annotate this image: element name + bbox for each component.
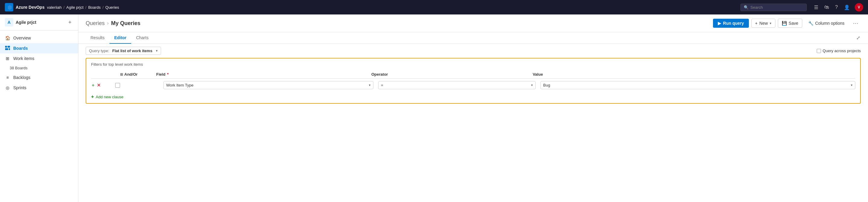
my-queries-label: My Queries: [111, 20, 140, 27]
sidebar-item-backlogs[interactable]: ≡ Backlogs: [0, 72, 78, 82]
field-required-indicator: *: [167, 72, 168, 76]
table-icon: ⊞: [120, 72, 123, 76]
query-type-row: Query type: Flat list of work items ▾ Qu…: [79, 44, 868, 58]
save-label: Save: [789, 21, 798, 26]
column-options-label: Column options: [815, 21, 844, 26]
sidebar-item-sprints[interactable]: ◎ Sprints: [0, 82, 78, 93]
field-chevron-icon: ▾: [369, 83, 371, 87]
query-type-value: Flat list of work items: [112, 48, 152, 53]
sidebar-item-boards-count[interactable]: 38 Boards: [0, 64, 78, 72]
query-across-label: Query across projects: [823, 48, 861, 53]
sprints-icon: ◎: [5, 85, 10, 91]
query-across-checkbox[interactable]: [817, 49, 821, 53]
nav-icon-group: ☰ 🛍 ? 👤 V: [813, 3, 863, 11]
column-options-icon: 🔧: [808, 21, 813, 26]
operator-cell: = ▾: [378, 81, 536, 89]
work-items-label: Work items: [13, 56, 34, 61]
add-project-button[interactable]: +: [66, 19, 73, 26]
value-cell: Bug ▾: [540, 81, 855, 89]
filters-section: Filters for top level work items ⊞ And/O…: [86, 58, 861, 104]
sidebar-item-boards[interactable]: Boards: [0, 43, 78, 54]
more-options-button[interactable]: ⋯: [850, 19, 861, 28]
run-query-label: Run query: [723, 21, 744, 26]
boards-label: Boards: [13, 46, 28, 50]
overview-icon: 🏠: [5, 35, 10, 41]
add-clause-icon: +: [91, 94, 94, 100]
project-label: Agile prjct: [16, 20, 36, 25]
breadcrumb-project[interactable]: Agile prjct: [66, 5, 84, 10]
store-icon[interactable]: 🛍: [823, 3, 830, 11]
value-column-header: Value: [533, 72, 855, 76]
project-icon: A: [5, 18, 13, 27]
operator-selector[interactable]: = ▾: [378, 81, 536, 89]
query-type-selector[interactable]: Query type: Flat list of work items ▾: [86, 47, 161, 55]
nav-breadcrumb: valeriiah / Agile prjct / Boards / Queri…: [47, 5, 738, 10]
operator-chevron-icon: ▾: [531, 83, 533, 87]
operator-column-header: Operator: [371, 72, 533, 76]
value-label: Value: [533, 72, 543, 76]
field-cell: Work Item Type ▾: [163, 81, 373, 89]
new-label: New: [760, 21, 768, 26]
breadcrumb-user[interactable]: valeriiah: [47, 5, 62, 10]
breadcrumb-queries[interactable]: Queries: [105, 5, 119, 10]
work-items-icon: ⊞: [5, 56, 10, 61]
add-row-button[interactable]: +: [91, 82, 95, 89]
sidebar-nav: 🏠 Overview Boards ⊞ Work items: [0, 30, 78, 202]
app-name: Azure DevOps: [16, 5, 44, 10]
new-chevron-icon: ▾: [770, 22, 772, 25]
run-icon: ▶: [718, 21, 721, 26]
value-chevron-icon: ▾: [851, 83, 852, 87]
top-navigation: Azure DevOps valeriiah / Agile prjct / B…: [0, 0, 868, 14]
andor-label: And/Or: [124, 72, 137, 76]
query-type-prefix: Query type:: [89, 48, 109, 53]
page-header: Queries › My Queries ▶ Run query + New ▾…: [79, 14, 868, 32]
query-across-projects[interactable]: Query across projects: [817, 48, 861, 53]
sidebar-header: A Agile prjct +: [0, 14, 78, 30]
search-icon: 🔍: [744, 5, 749, 10]
sprints-label: Sprints: [13, 85, 27, 90]
andor-column-header: ⊞ And/Or: [120, 72, 156, 76]
azure-devops-icon: [5, 3, 13, 11]
query-type-chevron-icon: ▾: [156, 49, 158, 53]
column-options-button[interactable]: 🔧 Column options: [805, 19, 848, 27]
new-button[interactable]: + New ▾: [751, 19, 775, 28]
field-label: Field: [156, 72, 165, 76]
user-avatar[interactable]: V: [855, 3, 863, 11]
add-clause-label: Add new clause: [96, 95, 123, 99]
help-icon[interactable]: ?: [834, 3, 839, 11]
value-selector[interactable]: Bug ▾: [540, 81, 855, 89]
row-checkbox[interactable]: [115, 83, 120, 88]
expand-button[interactable]: ⤢: [856, 34, 861, 41]
svg-rect-0: [5, 46, 7, 47]
boards-count-label: 38 Boards: [10, 66, 27, 70]
backlogs-icon: ≡: [5, 75, 10, 80]
save-icon: 💾: [782, 21, 787, 26]
svg-rect-3: [9, 48, 10, 50]
add-clause-button[interactable]: + Add new clause: [91, 92, 855, 100]
queries-breadcrumb[interactable]: Queries: [86, 20, 105, 27]
user-settings-icon[interactable]: 👤: [843, 3, 851, 11]
field-value: Work Item Type: [166, 83, 194, 88]
project-name[interactable]: A Agile prjct: [5, 18, 36, 27]
run-query-button[interactable]: ▶ Run query: [713, 19, 749, 28]
app-logo[interactable]: Azure DevOps: [5, 3, 44, 11]
save-button[interactable]: 💾 Save: [778, 19, 802, 28]
row-action-buttons: + ✕: [91, 82, 113, 89]
tabs-bar: Results Editor Charts ⤢: [79, 32, 868, 44]
sidebar-item-overview[interactable]: 🏠 Overview: [0, 33, 78, 43]
operator-label: Operator: [371, 72, 388, 76]
sidebar-item-work-items[interactable]: ⊞ Work items: [0, 54, 78, 64]
main-layout: A Agile prjct + 🏠 Overview Boar: [0, 14, 868, 202]
tab-results[interactable]: Results: [86, 32, 110, 44]
search-placeholder: Search: [750, 5, 763, 10]
search-bar[interactable]: 🔍 Search: [740, 4, 807, 11]
field-column-header: Field *: [156, 72, 371, 76]
tab-editor[interactable]: Editor: [110, 32, 131, 44]
settings-list-icon[interactable]: ☰: [813, 3, 819, 11]
tab-charts[interactable]: Charts: [131, 32, 153, 44]
field-selector[interactable]: Work Item Type ▾: [163, 81, 373, 89]
filter-row: + ✕ Work Item Type ▾ = ▾: [91, 79, 855, 92]
delete-row-button[interactable]: ✕: [96, 82, 101, 89]
breadcrumb-boards[interactable]: Boards: [88, 5, 100, 10]
main-content: Queries › My Queries ▶ Run query + New ▾…: [79, 14, 868, 202]
